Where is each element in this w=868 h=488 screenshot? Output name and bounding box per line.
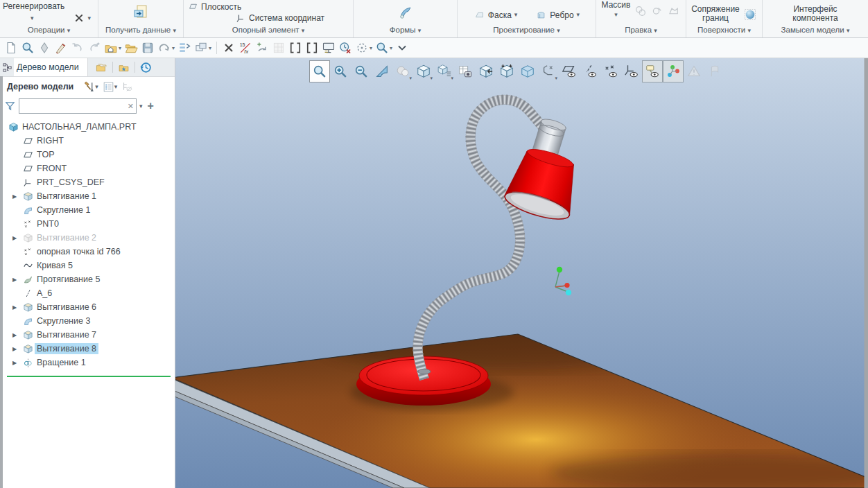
flag-button[interactable] (704, 60, 725, 82)
tree-item[interactable]: FRONT (0, 162, 175, 175)
tree-item[interactable]: ▶Вращение 1 (0, 356, 175, 369)
view-normal-button[interactable] (476, 60, 496, 82)
component-interface-button[interactable]: Интерфейс компонента (792, 3, 837, 23)
group-label-operations[interactable]: Операции ▾ (0, 24, 98, 37)
expander-icon[interactable]: ▶ (12, 332, 23, 338)
tree-item[interactable]: Скругление 1 (0, 203, 175, 217)
add-filter-button[interactable]: + (146, 101, 156, 112)
tree-item[interactable]: НАСТОЛЬНАЯ_ЛАМПА.PRT (0, 120, 175, 134)
tree-item[interactable]: TOP (0, 148, 175, 162)
tab-model-tree[interactable]: Дерево модели (14, 58, 88, 76)
tree-item[interactable]: ▶Вытягивание 6 (0, 300, 175, 314)
tree-filters-caret[interactable]: ▾ (114, 84, 118, 90)
grid-button[interactable] (270, 40, 287, 56)
tree-search-input[interactable] (21, 100, 121, 112)
redo-button[interactable] (86, 40, 103, 56)
expander-icon[interactable]: ▶ (12, 360, 23, 366)
new-file-button[interactable] (3, 40, 19, 56)
sketch-tool-button[interactable] (53, 40, 69, 56)
saved-views-button[interactable]: ▾ (434, 60, 455, 82)
dropdown-caret-icon[interactable]: ▾ (370, 45, 372, 51)
undo-button[interactable] (69, 40, 86, 56)
expander-icon[interactable]: ▶ (12, 277, 23, 283)
transparent-box-button[interactable] (517, 60, 538, 82)
plane-display-button[interactable] (559, 60, 580, 82)
brackets-1-button[interactable] (287, 40, 304, 56)
insert-here-indicator[interactable] (7, 376, 171, 377)
regenerate-quick-button[interactable]: ▾ (156, 40, 176, 56)
search-clear-icon[interactable]: ✕ (128, 102, 134, 111)
windows-button[interactable]: ▾ (193, 40, 213, 56)
group-label-surfaces[interactable]: Поверхности ▾ (686, 24, 762, 37)
tree-item[interactable]: RIGHT (0, 134, 175, 148)
tree-tools-icon[interactable] (83, 81, 95, 93)
delete-button[interactable]: ▾ (73, 12, 91, 24)
dropdown-caret-icon[interactable]: ▾ (430, 76, 433, 81)
geometry-checks-button[interactable] (684, 60, 704, 82)
dropdown-caret-icon[interactable]: ▾ (390, 45, 392, 51)
folder-browser-icon[interactable] (95, 62, 108, 73)
axis-display-button[interactable] (580, 60, 600, 82)
pattern-button[interactable]: Массив (602, 0, 631, 10)
group-label-model-intent[interactable]: Замысел модели ▾ (763, 24, 868, 37)
expander-icon[interactable]: ▶ (12, 346, 23, 352)
viewport-3d[interactable]: ▾▾▾▾ (175, 58, 868, 488)
find-button[interactable] (19, 40, 36, 56)
expander-icon[interactable]: ▶ (12, 193, 23, 200)
render-style-button[interactable]: ▾ (392, 60, 413, 82)
tree-item[interactable]: ▶Вытягивание 1 (0, 189, 175, 203)
group-label-get-data[interactable]: Получить данные ▾ (98, 24, 183, 37)
tree-item[interactable]: опорная точка id 766 (0, 245, 175, 259)
boundary-blend-button[interactable]: Сопряжение границ (691, 3, 740, 23)
sphere-icon[interactable] (743, 8, 757, 21)
zoom-tool-button[interactable]: ▾ (374, 40, 394, 56)
tree-item[interactable]: ▶Вытягивание 7 (0, 328, 175, 342)
close-window-button[interactable] (220, 40, 237, 56)
tree-item[interactable]: ▶Вытягивание 2 (0, 231, 175, 245)
search-options-caret[interactable]: ▾ (139, 103, 143, 110)
spin-tool-button[interactable] (36, 40, 53, 56)
group-label-shapes[interactable]: Формы ▾ (354, 24, 457, 37)
save-button[interactable] (139, 40, 156, 56)
spin-center-toggle-button[interactable] (663, 60, 684, 82)
pattern-caret[interactable]: ▾ (614, 12, 618, 18)
zoom-in-button[interactable] (330, 60, 351, 82)
regenerate-button[interactable]: Регенерировать (3, 1, 95, 11)
tree-tools-caret[interactable]: ▾ (95, 84, 98, 90)
display-style-button[interactable]: ▾ (413, 60, 434, 82)
group-label-edit[interactable]: Правка ▾ (596, 24, 686, 37)
zoom-out-button[interactable] (351, 60, 372, 82)
point-display-button[interactable] (600, 60, 621, 82)
annotation-display-button[interactable] (642, 60, 663, 82)
import-data-icon[interactable] (132, 4, 149, 21)
dropdown-caret-icon[interactable]: ▾ (409, 76, 412, 81)
dropdown-caret-icon[interactable]: ▾ (451, 76, 453, 81)
brackets-2-button[interactable] (304, 40, 320, 56)
regenerate-auto-button[interactable] (254, 40, 270, 56)
open-button[interactable] (123, 40, 139, 56)
group-label-datum[interactable]: Опорный элемент ▾ (184, 24, 353, 37)
tree-item[interactable]: Кривая 5 (0, 259, 175, 272)
filter-funnel-icon[interactable] (4, 101, 16, 112)
tree-item[interactable]: PNT0 (0, 217, 175, 231)
expander-icon[interactable]: ▶ (12, 304, 23, 311)
group-label-engineering[interactable]: Проектирование ▾ (458, 24, 596, 37)
relations-button[interactable] (176, 40, 193, 56)
model-home-button[interactable]: ▾ (103, 40, 123, 56)
collapse-toolbar-button[interactable] (394, 40, 410, 56)
dropdown-caret-icon[interactable]: ▾ (172, 45, 175, 51)
tree-item[interactable]: ▶Протягивание 5 (0, 272, 175, 286)
tree-item[interactable]: PRT_CSYS_DEF (0, 175, 175, 189)
csys-button[interactable]: Система координат (235, 13, 324, 24)
plane-button[interactable]: Плоскость (188, 2, 241, 12)
rib-button[interactable]: Ребро▾ (535, 10, 580, 20)
dropdown-caret-icon[interactable]: ▾ (119, 45, 121, 51)
selection-filter-button[interactable]: ▾ (354, 40, 374, 56)
tree-item[interactable]: ▶Вытягивание 8 (0, 342, 175, 356)
dropdown-caret-icon[interactable]: ▾ (209, 45, 211, 51)
view-capture-button[interactable] (455, 60, 476, 82)
repaint-button[interactable] (372, 60, 392, 82)
shapes-icon[interactable] (397, 4, 415, 21)
reorient-button[interactable] (496, 60, 517, 82)
favorites-folder-icon[interactable] (117, 62, 130, 73)
